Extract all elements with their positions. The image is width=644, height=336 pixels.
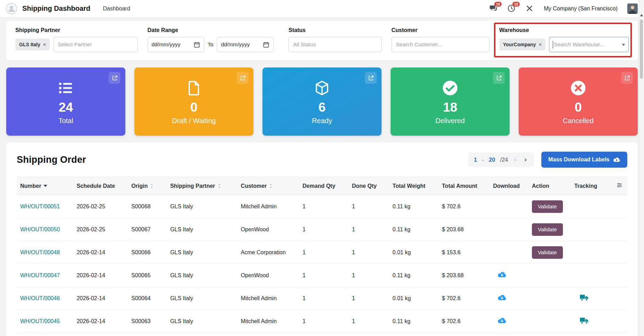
vertical-scrollbar[interactable] — [639, 0, 644, 336]
date-from-input[interactable]: dd/mm/yyyy — [148, 37, 204, 52]
cell-origin: S00065 — [128, 264, 167, 287]
mass-download-labels-button[interactable]: Mass Download Labels — [541, 152, 627, 168]
kpi-value: 6 — [319, 101, 326, 115]
column-header-origin[interactable]: Origin — [128, 177, 167, 195]
external-link-icon[interactable] — [621, 72, 633, 84]
user-avatar[interactable] — [627, 3, 638, 14]
download-label-icon[interactable] — [497, 317, 506, 325]
menu-dashboard[interactable]: Dashboard — [103, 6, 130, 12]
sort-desc-icon — [44, 185, 47, 187]
download-label-icon[interactable] — [497, 294, 506, 302]
cell-schedule-date: 2026-02-25 — [73, 218, 128, 241]
pager-next-button[interactable]: › — [523, 156, 528, 163]
kpi-card-draft-waiting[interactable]: 0 Draft / Waiting — [134, 67, 253, 136]
order-number-link[interactable]: WH/OUT/00048 — [20, 249, 60, 255]
top-navbar: Shipping Dashboard Dashboard 19 10 My Co… — [0, 0, 644, 17]
cell-done-qty: 1 — [348, 241, 389, 264]
cell-shipping-partner: GLS Italy — [167, 195, 237, 218]
order-number-link[interactable]: WH/OUT/00046 — [20, 295, 60, 301]
column-header-tracking: Tracking — [571, 177, 613, 195]
order-number-link[interactable]: WH/OUT/00047 — [20, 272, 60, 278]
cell-schedule-date: 2026-02-14 — [73, 264, 128, 287]
column-header-number[interactable]: Number — [17, 177, 73, 195]
validate-button[interactable]: Validate — [532, 223, 563, 236]
table-row[interactable]: WH/OUT/00048 2026-02-14 S00066 GLS Italy… — [17, 241, 627, 264]
external-link-icon[interactable] — [237, 72, 249, 84]
cloud-download-icon — [613, 157, 620, 163]
column-header-schedule-date[interactable]: Schedule Date — [73, 177, 128, 195]
external-link-icon[interactable] — [109, 72, 120, 84]
cell-total-weight: 0.11 kg — [389, 264, 439, 287]
cell-customer: Acme Corporation — [237, 241, 299, 264]
x-circle-icon — [570, 78, 587, 96]
activities-icon[interactable]: 10 — [508, 5, 516, 13]
external-link-icon[interactable] — [365, 72, 377, 84]
external-link-icon[interactable] — [493, 72, 505, 84]
cell-done-qty: 1 — [348, 264, 389, 287]
page-title: Shipping Dashboard — [22, 5, 91, 13]
cell-customer: Mitchell Admin — [237, 310, 299, 333]
orders-table: Number Schedule Date Origin Shipping Par… — [17, 177, 627, 333]
table-row[interactable]: WH/OUT/00047 2026-02-14 S00065 GLS Italy… — [17, 264, 627, 287]
kpi-card-cancelled[interactable]: 0 Cancelled — [519, 67, 638, 136]
kpi-card-total[interactable]: 24 Total — [6, 67, 125, 136]
cell-customer: Mitchell Admin — [237, 287, 299, 310]
messages-icon[interactable]: 19 — [489, 5, 498, 13]
order-number-link[interactable]: WH/OUT/00045 — [20, 318, 60, 324]
column-header-shipping-partner[interactable]: Shipping Partner — [167, 177, 237, 195]
tools-icon[interactable] — [526, 5, 534, 13]
shipping-partner-label: Shipping Partner — [15, 27, 138, 33]
table-row[interactable]: WH/OUT/00050 2026-02-25 S00067 GLS Italy… — [17, 218, 627, 241]
scrollbar-thumb[interactable] — [640, 19, 643, 79]
cell-total-amount: $ 203.68 — [439, 218, 490, 241]
cell-done-qty: 1 — [348, 195, 389, 218]
company-switcher[interactable]: My Company (San Francisco) — [544, 6, 618, 12]
column-header-customer[interactable]: Customer — [237, 177, 299, 195]
cell-demand-qty: 1 — [299, 218, 348, 241]
table-row[interactable]: WH/OUT/00046 2026-02-14 S00064 GLS Italy… — [17, 287, 627, 310]
order-number-link[interactable]: WH/OUT/00051 — [20, 203, 60, 209]
pager-start[interactable]: 1 — [474, 157, 477, 163]
column-header-action: Action — [528, 177, 571, 195]
tag-remove-icon[interactable]: × — [43, 42, 46, 47]
chevron-down-icon[interactable] — [622, 44, 625, 46]
cell-total-amount: $ 153.6 — [439, 241, 490, 264]
date-to-input[interactable]: dd/mm/yyyy — [217, 37, 274, 52]
order-number-link[interactable]: WH/OUT/00050 — [20, 226, 60, 232]
cell-total-weight: 0.01 kg — [389, 287, 439, 310]
filter-bar: Shipping Partner GLS Italy × Date Range … — [6, 21, 638, 61]
activities-badge: 10 — [512, 2, 520, 7]
download-label-icon[interactable] — [497, 271, 506, 279]
cell-shipping-partner: GLS Italy — [167, 287, 237, 310]
tracking-truck-icon[interactable] — [580, 294, 589, 302]
customer-input[interactable] — [392, 37, 490, 52]
tracking-truck-icon[interactable] — [580, 317, 589, 325]
navbar-left: Shipping Dashboard Dashboard — [6, 3, 130, 15]
validate-button[interactable]: Validate — [532, 246, 563, 259]
navbar-right: 19 10 My Company (San Francisco) — [489, 3, 638, 14]
app-logo[interactable] — [6, 3, 17, 15]
tag-remove-icon[interactable]: × — [539, 42, 542, 47]
column-header-total-weight: Total Weight — [389, 177, 439, 195]
calendar-icon — [263, 41, 269, 48]
kpi-card-delivered[interactable]: 18 Delivered — [391, 67, 510, 136]
scroll-up-arrow-icon[interactable] — [640, 14, 643, 16]
cell-total-weight: 0.11 kg — [389, 218, 439, 241]
shipping-partner-input[interactable] — [53, 37, 138, 52]
kpi-label: Cancelled — [563, 117, 594, 125]
cell-origin: S00068 — [128, 195, 167, 218]
cell-customer: Mitchell Admin — [237, 195, 299, 218]
warehouse-search-input[interactable]: Search Warehouse... — [549, 37, 629, 52]
table-row[interactable]: WH/OUT/00045 2026-02-14 S00063 GLS Italy… — [17, 310, 627, 333]
section-title: Shipping Order — [17, 154, 86, 165]
table-row[interactable]: WH/OUT/00051 2026-02-25 S00068 GLS Italy… — [17, 195, 627, 218]
validate-button[interactable]: Validate — [532, 200, 563, 213]
pager-previous-button[interactable]: ‹ — [513, 156, 518, 163]
kpi-card-ready[interactable]: 6 Ready — [262, 67, 382, 136]
status-input[interactable] — [289, 37, 382, 52]
cell-schedule-date: 2026-02-25 — [73, 195, 128, 218]
column-options-header[interactable] — [613, 177, 627, 195]
cell-demand-qty: 1 — [299, 264, 348, 287]
kpi-label: Ready — [312, 117, 332, 125]
pager-end[interactable]: 20 — [489, 157, 495, 163]
